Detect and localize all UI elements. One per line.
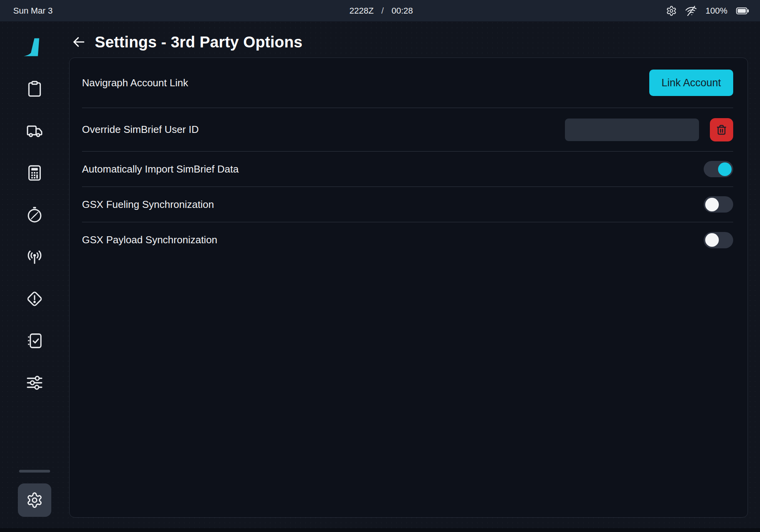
sliders-icon	[26, 374, 44, 392]
notebook-check-icon	[26, 332, 44, 350]
status-time-local: 00:28	[392, 6, 413, 16]
sidebar-item-compass[interactable]	[26, 206, 44, 224]
battery-icon	[736, 6, 749, 16]
arrow-left-icon	[71, 34, 87, 50]
sidebar-item-settings-active[interactable]	[18, 483, 51, 517]
antenna-icon	[26, 248, 44, 266]
calculator-icon	[26, 164, 44, 182]
link-account-button[interactable]: Link Account	[649, 70, 733, 96]
setting-row-simbrief-user-id: Override SimBrief User ID	[82, 108, 733, 152]
sidebar-item-checklist[interactable]	[26, 332, 44, 350]
status-time-utc: 2228Z	[349, 6, 373, 16]
toggle-knob	[705, 233, 719, 247]
page-header: Settings - 3rd Party Options	[71, 30, 748, 54]
sidebar-item-alerts[interactable]	[26, 290, 44, 308]
setting-row-navigraph-account: Navigraph Account Link Link Account	[82, 58, 733, 108]
settings-panel: Navigraph Account Link Link Account Over…	[69, 58, 748, 518]
auto-import-simbrief-toggle[interactable]	[704, 161, 733, 177]
sidebar-item-calculator[interactable]	[26, 164, 44, 182]
gsx-payload-toggle[interactable]	[704, 232, 733, 248]
page-title: Settings - 3rd Party Options	[95, 33, 303, 51]
delete-simbrief-id-button[interactable]	[710, 118, 733, 141]
gear-icon[interactable]	[666, 5, 677, 16]
setting-row-gsx-payload: GSX Payload Synchronization	[82, 222, 733, 258]
screen-bottom-edge	[0, 528, 760, 532]
toggle-knob	[705, 198, 719, 211]
gsx-fueling-toggle[interactable]	[704, 196, 733, 213]
sidebar-item-clipboard[interactable]	[26, 80, 44, 98]
setting-row-gsx-fueling: GSX Fueling Synchronization	[82, 187, 733, 222]
compass-icon	[26, 206, 44, 224]
trash-icon	[716, 124, 727, 136]
airline-tailfin-logo	[23, 37, 44, 58]
status-time-separator: /	[382, 6, 384, 16]
sidebar-item-transmitter[interactable]	[26, 248, 44, 266]
sidebar-item-ground-truck[interactable]	[26, 122, 44, 140]
truck-icon	[26, 122, 44, 140]
battery-percent: 100%	[706, 6, 727, 16]
status-date: Sun Mar 3	[13, 6, 53, 16]
setting-label: Override SimBrief User ID	[82, 124, 199, 136]
gear-icon	[26, 492, 43, 509]
toggle-knob	[718, 162, 732, 176]
simbrief-user-id-input[interactable]	[565, 119, 699, 141]
warning-diamond-icon	[26, 290, 44, 308]
setting-label: Navigraph Account Link	[82, 77, 188, 89]
clipboard-icon	[26, 80, 44, 98]
setting-label: Automatically Import SimBrief Data	[82, 163, 239, 175]
sidebar-divider	[19, 470, 50, 473]
sidebar	[0, 21, 69, 528]
sidebar-item-options[interactable]	[26, 374, 44, 392]
setting-row-auto-import-simbrief: Automatically Import SimBrief Data	[82, 152, 733, 187]
wifi-off-icon	[685, 5, 697, 17]
setting-label: GSX Fueling Synchronization	[82, 199, 214, 211]
status-bar: Sun Mar 3 2228Z / 00:28 100%	[0, 0, 760, 21]
back-button[interactable]	[71, 34, 87, 50]
setting-label: GSX Payload Synchronization	[82, 234, 217, 246]
